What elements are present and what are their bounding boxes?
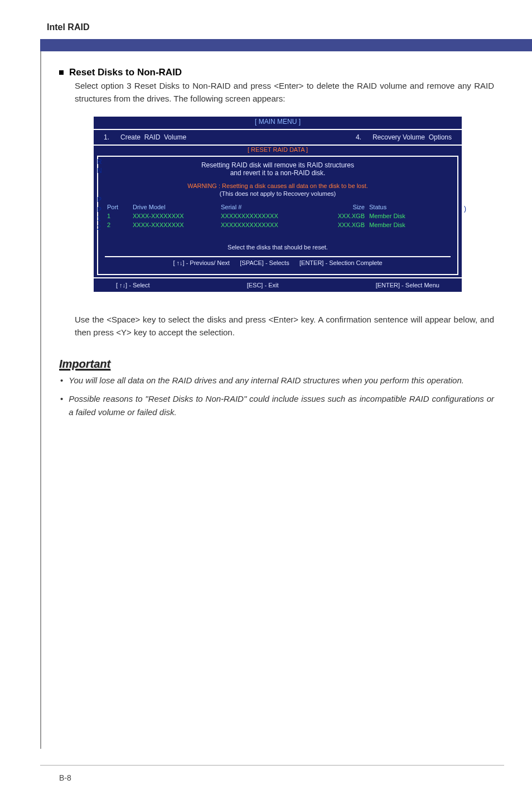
main-menu-label: [ MAIN MENU ] bbox=[255, 118, 301, 126]
left-rule bbox=[40, 51, 41, 749]
cell-status: Member Disk bbox=[367, 211, 451, 220]
menu-item-create[interactable]: Create RAID Volume bbox=[120, 133, 356, 141]
cell-size: XXX.XGB bbox=[318, 220, 367, 229]
important-item-1: You will lose all data on the RAID drive… bbox=[69, 374, 464, 387]
col-status: Status bbox=[367, 203, 451, 211]
cell-serial: XXXXXXXXXXXXXX bbox=[219, 211, 318, 220]
hint-space: [SPACE] - Selects bbox=[240, 259, 289, 266]
menu-num-1: 1. bbox=[104, 133, 120, 141]
table-row[interactable]: 1 XXXX-XXXXXXXX XXXXXXXXXXXXXX XXX.XGB M… bbox=[105, 211, 451, 220]
hint-enter: [ENTER] - Selection Complete bbox=[299, 259, 383, 266]
reset-line-2: and revert it to a non-RAID disk. bbox=[105, 169, 451, 177]
header-bar bbox=[40, 39, 532, 51]
side-letter-n: N bbox=[97, 166, 102, 176]
cell-size: XXX.XGB bbox=[318, 211, 367, 220]
side-letter-p1: P bbox=[97, 195, 101, 205]
menu-item-recovery[interactable]: Recovery Volume Options bbox=[373, 133, 452, 141]
side-num-2: 2 bbox=[97, 223, 101, 233]
bullet-icon bbox=[59, 70, 64, 75]
col-model: Drive Model bbox=[130, 203, 219, 211]
important-item-2: Possible reasons to "Reset Disks to Non-… bbox=[69, 392, 494, 418]
cell-model: XXXX-XXXXXXXX bbox=[130, 220, 219, 229]
disk-table: Port Drive Model Serial # Size Status 1 … bbox=[105, 203, 451, 229]
section-paragraph: Select option 3 Reset Disks to Non-RAID … bbox=[75, 79, 494, 105]
post-bios-paragraph: Use the <Space> key to select the disks … bbox=[75, 313, 494, 339]
page-header-title: Intel RAID bbox=[47, 22, 89, 32]
reset-warning: WARNING : Resetting a disk causes all da… bbox=[105, 182, 451, 189]
important-heading: Important bbox=[59, 358, 494, 370]
hint-prev-next: [ ↑↓] - Previous/ Next bbox=[173, 259, 229, 266]
footer-select: [ ↑↓] - Select bbox=[116, 282, 150, 288]
col-port: Port bbox=[105, 203, 130, 211]
reset-line-1: Resetting RAID disk will remove its RAID… bbox=[105, 161, 451, 169]
table-row[interactable]: 2 XXXX-XXXXXXXX XXXXXXXXXXXXXX XXX.XGB M… bbox=[105, 220, 451, 229]
footer-rule bbox=[40, 765, 504, 766]
footer-esc: [ESC] - Exit bbox=[247, 282, 279, 288]
side-paren: ) bbox=[464, 205, 466, 213]
page-number: B-8 bbox=[59, 773, 71, 782]
cell-port: 2 bbox=[105, 220, 130, 229]
select-instruction: Select the disks that should be reset. bbox=[105, 244, 451, 251]
reset-note: (This does not apply to Recovery volumes… bbox=[105, 190, 451, 197]
col-serial: Serial # bbox=[219, 203, 318, 211]
cell-model: XXXX-XXXXXXXX bbox=[130, 211, 219, 220]
footer-enter: [ENTER] - Select Menu bbox=[376, 282, 439, 288]
cell-serial: XXXXXXXXXXXXXX bbox=[219, 220, 318, 229]
reset-data-label: [ RESET RAID DATA ] bbox=[248, 146, 308, 153]
section-title: Reset Disks to Non-RAID bbox=[69, 67, 182, 78]
menu-num-4: 4. bbox=[356, 133, 373, 141]
col-size: Size bbox=[318, 203, 367, 211]
cell-status: Member Disk bbox=[367, 220, 451, 229]
cell-port: 1 bbox=[105, 211, 130, 220]
bios-screenshot: R N P P 1 2 ) [ MAIN MENU ] 1. Create RA… bbox=[93, 115, 463, 293]
